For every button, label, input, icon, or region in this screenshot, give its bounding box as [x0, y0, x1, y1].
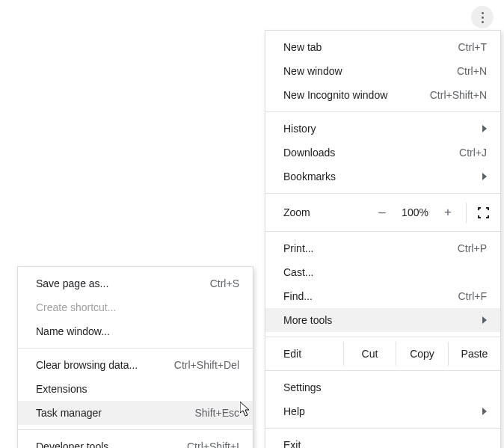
- menu-item-developer-tools[interactable]: Developer tools Ctrl+Shift+I: [18, 435, 253, 448]
- menu-item-print[interactable]: Print... Ctrl+P: [265, 236, 500, 260]
- menu-item-create-shortcut: Create shortcut...: [18, 295, 253, 319]
- edit-cut-button[interactable]: Cut: [343, 342, 396, 366]
- menu-item-settings[interactable]: Settings: [265, 375, 500, 399]
- browser-main-menu: New tab Ctrl+T New window Ctrl+N New Inc…: [265, 30, 501, 448]
- menu-item-label: New window: [283, 64, 342, 78]
- menu-item-label: Cast...: [283, 266, 313, 279]
- menu-separator: [265, 231, 500, 232]
- menu-item-downloads[interactable]: Downloads Ctrl+J: [265, 141, 500, 165]
- menu-item-label: Settings: [283, 381, 322, 394]
- menu-item-new-window[interactable]: New window Ctrl+N: [265, 59, 500, 83]
- menu-item-label: Exit: [283, 438, 301, 448]
- submenu-arrow-icon: [482, 173, 487, 180]
- menu-separator: [265, 370, 500, 371]
- menu-item-task-manager[interactable]: Task manager Shift+Esc: [18, 401, 253, 425]
- menu-item-label: Bookmarks: [283, 170, 336, 183]
- menu-item-history[interactable]: History: [265, 117, 500, 141]
- menu-item-more-tools[interactable]: More tools: [265, 308, 500, 332]
- menu-item-label: Task manager: [36, 406, 102, 420]
- menu-separator: [265, 193, 500, 194]
- menu-item-zoom: Zoom – 100% +: [265, 198, 500, 227]
- menu-separator: [265, 337, 500, 337]
- menu-item-label: Print...: [283, 242, 313, 255]
- menu-separator: [18, 348, 253, 349]
- menu-item-label: Help: [283, 405, 305, 418]
- menu-item-label: New tab: [283, 40, 322, 54]
- menu-item-shortcut: Ctrl+N: [457, 64, 487, 78]
- menu-item-label: Name window...: [36, 325, 110, 338]
- menu-separator: [265, 428, 500, 429]
- more-vertical-icon: [482, 12, 484, 23]
- menu-item-extensions[interactable]: Extensions: [18, 377, 253, 401]
- fullscreen-button[interactable]: [466, 203, 500, 223]
- menu-item-label: Developer tools: [36, 440, 108, 448]
- submenu-arrow-icon: [482, 408, 487, 415]
- menu-item-bookmarks[interactable]: Bookmarks: [265, 165, 500, 188]
- zoom-value: 100%: [396, 206, 434, 218]
- menu-item-help[interactable]: Help: [265, 399, 500, 423]
- menu-item-label: Save page as...: [36, 277, 108, 290]
- menu-item-shortcut: Ctrl+F: [458, 289, 488, 303]
- edit-copy-button[interactable]: Copy: [396, 342, 448, 366]
- menu-item-name-window[interactable]: Name window...: [18, 319, 253, 343]
- edit-paste-button[interactable]: Paste: [448, 342, 500, 366]
- menu-item-shortcut: Ctrl+J: [459, 146, 487, 159]
- fullscreen-icon: [478, 207, 489, 218]
- zoom-out-button[interactable]: –: [369, 200, 396, 224]
- browser-menu-button[interactable]: [471, 6, 494, 28]
- menu-item-label: Downloads: [283, 146, 335, 159]
- menu-item-shortcut: Shift+Esc: [194, 406, 239, 420]
- menu-item-save-page-as[interactable]: Save page as... Ctrl+S: [18, 271, 253, 295]
- menu-separator: [265, 111, 500, 112]
- menu-item-label: Find...: [283, 289, 313, 303]
- menu-item-label: History: [283, 122, 316, 135]
- more-tools-submenu: Save page as... Ctrl+S Create shortcut..…: [17, 266, 253, 448]
- menu-item-new-incognito[interactable]: New Incognito window Ctrl+Shift+N: [265, 83, 500, 107]
- menu-item-label: More tools: [283, 313, 332, 327]
- menu-item-clear-browsing-data[interactable]: Clear browsing data... Ctrl+Shift+Del: [18, 353, 253, 377]
- zoom-label: Zoom: [283, 206, 369, 218]
- menu-item-label: Clear browsing data...: [36, 358, 138, 372]
- menu-item-shortcut: Ctrl+P: [458, 242, 487, 255]
- menu-item-new-tab[interactable]: New tab Ctrl+T: [265, 35, 500, 59]
- submenu-arrow-icon: [482, 125, 487, 132]
- menu-item-edit: Edit Cut Copy Paste: [265, 342, 500, 366]
- menu-item-find[interactable]: Find... Ctrl+F: [265, 284, 500, 308]
- menu-item-shortcut: Ctrl+Shift+Del: [174, 358, 239, 372]
- edit-label: Edit: [283, 342, 343, 366]
- menu-separator: [18, 429, 253, 430]
- menu-item-label: Extensions: [36, 382, 87, 396]
- menu-item-shortcut: Ctrl+Shift+N: [430, 88, 487, 102]
- menu-item-exit[interactable]: Exit: [265, 433, 500, 448]
- zoom-in-button[interactable]: +: [434, 200, 461, 224]
- menu-item-label: Create shortcut...: [36, 301, 116, 314]
- menu-item-shortcut: Ctrl+T: [458, 40, 488, 54]
- submenu-arrow-icon: [482, 316, 487, 324]
- menu-item-shortcut: Ctrl+Shift+I: [187, 440, 239, 448]
- menu-item-label: New Incognito window: [283, 88, 387, 102]
- menu-item-cast[interactable]: Cast...: [265, 260, 500, 284]
- menu-item-shortcut: Ctrl+S: [210, 277, 239, 290]
